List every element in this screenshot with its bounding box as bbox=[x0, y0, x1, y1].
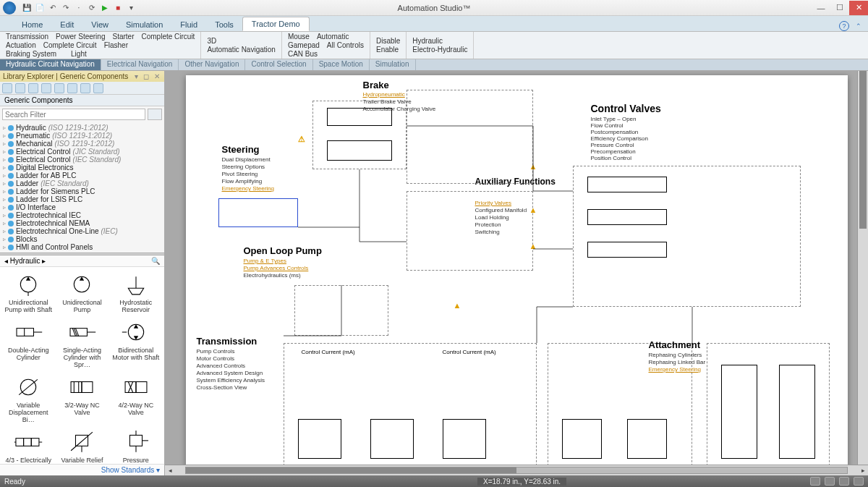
rb-power-steering[interactable]: Power Steering bbox=[56, 33, 105, 41]
rb-starter[interactable]: Starter bbox=[112, 33, 134, 41]
palette-comp-6[interactable]: Variable Displacement Bi… bbox=[3, 373, 54, 425]
sn-simulation[interactable]: Simulation bbox=[370, 59, 416, 70]
expand-icon[interactable]: ▹ bbox=[3, 220, 6, 226]
expand-icon[interactable]: ▹ bbox=[3, 132, 6, 139]
rb-auto-nav[interactable]: Automatic Navigation bbox=[207, 46, 276, 54]
rb-can-bus[interactable]: CAN Bus bbox=[288, 50, 318, 58]
status-view-2-icon[interactable] bbox=[825, 477, 835, 486]
rb-automatic[interactable]: Automatic bbox=[317, 33, 349, 41]
window-minimize-button[interactable]: — bbox=[812, 1, 830, 15]
palette-comp-4[interactable]: Single-Acting Cylinder with Spr… bbox=[56, 318, 107, 370]
rb-3d[interactable]: 3D bbox=[207, 37, 216, 45]
palette-comp-10[interactable]: Variable Relief Valve bbox=[56, 428, 107, 464]
sn-other[interactable]: Other Navigation bbox=[179, 59, 245, 70]
palette-comp-11[interactable]: Pressure Reducing Valve with Drain bbox=[111, 428, 161, 464]
rb-light[interactable]: Light bbox=[71, 50, 87, 58]
tree-node-7[interactable]: ▹Ladder (IEC Standard) bbox=[3, 179, 161, 187]
tree-node-3[interactable]: ▹Electrical Control (JIC Standard) bbox=[3, 148, 161, 156]
palette-comp-2[interactable]: Hydrostatic Reservoir bbox=[111, 270, 161, 315]
expand-icon[interactable]: ▹ bbox=[3, 124, 6, 131]
expand-icon[interactable]: ▹ bbox=[3, 188, 6, 195]
rb-enable[interactable]: Enable bbox=[376, 46, 399, 54]
olp-schematic[interactable] bbox=[294, 285, 388, 336]
rb-braking-system[interactable]: Braking System bbox=[6, 50, 56, 58]
vertical-scrollbar[interactable] bbox=[857, 71, 868, 465]
help-icon[interactable]: ? bbox=[839, 21, 849, 31]
panel-controls[interactable]: ▾ ◻ ✕ bbox=[135, 72, 161, 80]
rb-actuation[interactable]: Actuation bbox=[6, 41, 36, 49]
expand-icon[interactable]: ▹ bbox=[3, 204, 6, 211]
window-maximize-button[interactable]: ☐ bbox=[830, 1, 849, 15]
tree-node-9[interactable]: ▹Ladder for LSIS PLC bbox=[3, 195, 161, 203]
tab-tractor-demo[interactable]: Tractor Demo bbox=[242, 17, 310, 31]
qa-undo-icon[interactable]: ↶ bbox=[48, 3, 58, 13]
rb-transmission[interactable]: Transmission bbox=[6, 33, 48, 41]
rb-flasher[interactable]: Flasher bbox=[104, 41, 128, 49]
tab-edit[interactable]: Edit bbox=[51, 18, 82, 31]
tree-node-11[interactable]: ▹Electrotechnical IEC bbox=[3, 211, 161, 219]
lib-tb-8-icon[interactable] bbox=[93, 83, 103, 93]
palette-comp-1[interactable]: Unidirectional Pump bbox=[56, 270, 107, 315]
tree-node-10[interactable]: ▹I/O Interface bbox=[3, 203, 161, 211]
palette-comp-8[interactable]: 4/2-Way NC Valve bbox=[111, 373, 161, 425]
ribbon-collapse-icon[interactable]: ⌃ bbox=[854, 21, 864, 31]
expand-icon[interactable]: ▹ bbox=[3, 244, 6, 250]
tree-node-5[interactable]: ▹Digital Electronics bbox=[3, 164, 161, 171]
tab-tools[interactable]: Tools bbox=[206, 18, 242, 31]
palette-footer[interactable]: Show Standards ▾ bbox=[0, 464, 164, 475]
expand-icon[interactable]: ▹ bbox=[3, 236, 6, 242]
tree-node-14[interactable]: ▹Blocks bbox=[3, 235, 161, 243]
rb-hydraulic[interactable]: Hydraulic bbox=[412, 37, 443, 45]
sn-hydraulic-circuit[interactable]: Hydraulic Circuit Navigation bbox=[0, 59, 101, 70]
lib-tb-3-icon[interactable] bbox=[28, 83, 38, 93]
rb-all-controls[interactable]: All Controls bbox=[327, 41, 364, 49]
library-search-button[interactable] bbox=[148, 109, 162, 120]
rb-electro-hydraulic[interactable]: Electro-Hydraulic bbox=[412, 46, 467, 54]
palette-comp-3[interactable]: Double-Acting Cylinder bbox=[3, 318, 54, 370]
palette-comp-5[interactable]: Bidirectional Motor with Shaft bbox=[111, 318, 161, 370]
schematic-paper[interactable]: Brake Hydropneumatic Trailer Brake Valve… bbox=[186, 75, 848, 465]
rb-mouse[interactable]: Mouse bbox=[288, 33, 310, 41]
tree-node-8[interactable]: ▹Ladder for Siemens PLC bbox=[3, 187, 161, 195]
palette-comp-0[interactable]: Unidirectional Pump with Shaft bbox=[3, 270, 54, 315]
scroll-right-icon[interactable]: ▸ bbox=[858, 465, 868, 475]
rb-complete-circuit[interactable]: Complete Circuit bbox=[141, 33, 195, 41]
qa-play-icon[interactable]: ▶ bbox=[100, 3, 110, 13]
lib-tb-7-icon[interactable] bbox=[80, 83, 90, 93]
lib-tb-6-icon[interactable] bbox=[67, 83, 77, 93]
tree-node-13[interactable]: ▹Electrotechnical One-Line (IEC) bbox=[3, 227, 161, 235]
qa-save-icon[interactable]: 💾 bbox=[22, 3, 32, 13]
status-view-3-icon[interactable] bbox=[839, 477, 849, 486]
expand-icon[interactable]: ▹ bbox=[3, 196, 6, 203]
sn-electrical[interactable]: Electrical Navigation bbox=[101, 59, 179, 70]
scroll-left-icon[interactable]: ◂ bbox=[165, 465, 175, 475]
tree-node-4[interactable]: ▹Electrical Control (IEC Standard) bbox=[3, 156, 161, 164]
window-close-button[interactable]: ✕ bbox=[849, 1, 868, 15]
lib-tb-5-icon[interactable] bbox=[54, 83, 64, 93]
status-view-1-icon[interactable] bbox=[810, 477, 820, 486]
tree-node-6[interactable]: ▹Ladder for AB PLC bbox=[3, 171, 161, 179]
library-tab[interactable]: Generic Components bbox=[0, 95, 164, 106]
rb-disable[interactable]: Disable bbox=[376, 37, 400, 45]
rb-gamepad[interactable]: Gamepad bbox=[288, 41, 320, 49]
palette-header[interactable]: ◂ Hydraulic ▸ 🔍 bbox=[0, 255, 164, 267]
lib-tb-4-icon[interactable] bbox=[41, 83, 51, 93]
horizontal-scrollbar[interactable]: ◂ ▸ bbox=[165, 465, 868, 475]
tab-home[interactable]: Home bbox=[13, 18, 51, 31]
palette-comp-7[interactable]: 3/2-Way NC Valve bbox=[56, 373, 107, 425]
lib-tb-2-icon[interactable] bbox=[15, 83, 25, 93]
rb-complete-circuit-2[interactable]: Complete Circuit bbox=[43, 41, 97, 49]
tree-node-15[interactable]: ▹HMI and Control Panels bbox=[3, 243, 161, 251]
tree-node-12[interactable]: ▹Electrotechnical NEMA bbox=[3, 219, 161, 227]
tab-view[interactable]: View bbox=[82, 18, 117, 31]
expand-icon[interactable]: ▹ bbox=[3, 180, 6, 187]
palette-comp-9[interactable]: 4/3 - Electrically Controlled bbox=[3, 428, 54, 464]
tree-node-1[interactable]: ▹Pneumatic (ISO 1219-1:2012) bbox=[3, 132, 161, 140]
expand-icon[interactable]: ▹ bbox=[3, 164, 6, 171]
tab-simulation[interactable]: Simulation bbox=[117, 18, 171, 31]
expand-icon[interactable]: ▹ bbox=[3, 148, 6, 155]
status-view-4-icon[interactable] bbox=[854, 477, 864, 486]
qa-redo-icon[interactable]: ↷ bbox=[61, 3, 71, 13]
expand-icon[interactable]: ▹ bbox=[3, 228, 6, 234]
sn-space-motion[interactable]: Space Motion bbox=[313, 59, 370, 70]
